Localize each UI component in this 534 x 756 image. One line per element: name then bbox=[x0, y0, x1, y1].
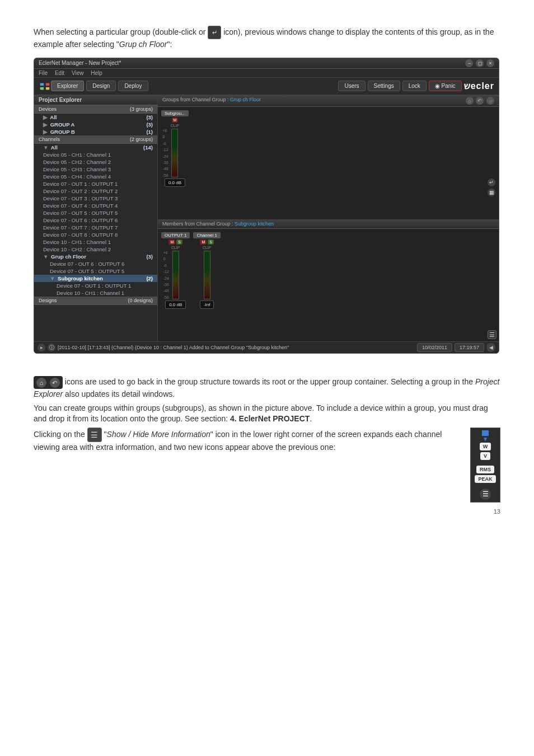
select-icon[interactable]: ▦ bbox=[488, 189, 495, 196]
menu-file[interactable]: File bbox=[39, 70, 48, 76]
show-hide-icon: ☰ bbox=[87, 428, 102, 442]
minimize-icon[interactable]: – bbox=[465, 59, 473, 67]
tree-item[interactable]: Device 07 - OUT 6 : OUTPUT 6 bbox=[34, 217, 157, 224]
fader-track[interactable] bbox=[204, 251, 210, 299]
tree-item[interactable]: Device 07 - OUT 4 : OUTPUT 4 bbox=[34, 202, 157, 209]
designs-header[interactable]: Designs(0 designs) bbox=[34, 297, 157, 305]
tree-item[interactable]: Device 10 - CH2 : Channel 2 bbox=[34, 246, 157, 253]
groups-body: Subgrou... M CLIP +60-6-12-24-36-48-56 0… bbox=[158, 107, 499, 219]
side-mini-icons: ↵ ▦ bbox=[488, 179, 495, 196]
enter-group-icon[interactable]: ↵ bbox=[488, 179, 495, 186]
tree-item[interactable]: ▶ GROUP B(1) bbox=[34, 128, 157, 135]
close-icon[interactable]: × bbox=[486, 59, 494, 67]
menu-view[interactable]: View bbox=[72, 70, 84, 76]
app-icon bbox=[39, 80, 51, 92]
app-window: EclerNet Manager - New Project* – ◻ × Fi… bbox=[34, 58, 499, 354]
tree-item[interactable]: Device 07 - OUT 8 : OUTPUT 8 bbox=[34, 231, 157, 238]
enter-group-icon: ↵ bbox=[208, 26, 221, 39]
mute-button[interactable]: M bbox=[168, 240, 175, 245]
play-icon[interactable]: ◀ bbox=[486, 343, 495, 352]
deploy-button[interactable]: Deploy bbox=[118, 81, 148, 91]
status-time: 17:19:57 bbox=[455, 343, 484, 352]
nav-icons-paragraph: ⌂ ↶ icons are used to go back in the gro… bbox=[34, 376, 500, 400]
tree-item[interactable]: Device 05 - CH1 : Channel 1 bbox=[34, 151, 157, 158]
svg-rect-2 bbox=[40, 87, 44, 90]
tree-item[interactable]: Device 07 - OUT 5 : OUTPUT 5 bbox=[34, 267, 157, 275]
tree-item[interactable]: ▼ All(14) bbox=[34, 144, 157, 151]
chevron-down-icon: ▼ bbox=[483, 438, 488, 441]
widget-color-block bbox=[482, 430, 489, 436]
solo-button[interactable]: S bbox=[208, 240, 214, 245]
member-fader: OUTPUT 1 MS CLIP +60-6-12-24-36-48-56 0.… bbox=[161, 232, 190, 338]
channels-header[interactable]: Channels(2 groups) bbox=[34, 135, 157, 144]
intro-text-a: When selecting a particular group (doubl… bbox=[34, 27, 208, 36]
db-readout: -Inf bbox=[200, 300, 214, 309]
scale-ticks: +60-6-12-24-36-48-56 bbox=[163, 251, 169, 299]
explorer-button[interactable]: Explorer bbox=[51, 81, 84, 91]
tree-item[interactable]: Device 07 - OUT 2 : OUTPUT 2 bbox=[34, 187, 157, 195]
tree-item[interactable]: Device 07 - OUT 5 : OUTPUT 5 bbox=[34, 209, 157, 217]
member-fader: Channel 1 MS CLIP -Inf bbox=[193, 232, 220, 338]
nav-up-icon[interactable]: ⌂ bbox=[466, 97, 474, 105]
tree-item[interactable]: Device 07 - OUT 6 : OUTPUT 6 bbox=[34, 260, 157, 267]
title-bar: EclerNet Manager - New Project* – ◻ × bbox=[34, 58, 499, 69]
subgroup-tile[interactable]: Subgrou... bbox=[161, 110, 189, 116]
nav-zoom-icon[interactable]: ⌕ bbox=[486, 97, 494, 105]
explorer-title: Project Explorer bbox=[34, 95, 157, 105]
detail-pane: Groups from Channel Group : Grup ch Floo… bbox=[158, 95, 499, 341]
clip-indicator: CLIP bbox=[171, 124, 180, 128]
svg-rect-3 bbox=[46, 87, 49, 90]
mute-button[interactable]: M bbox=[172, 118, 179, 123]
lock-button[interactable]: Lock bbox=[402, 81, 427, 91]
log-message: [2011-02-10] [17:13:43] (Channel) (Devic… bbox=[58, 345, 289, 350]
intro-text-c: ": bbox=[167, 40, 172, 49]
settings-button[interactable]: Settings bbox=[368, 81, 400, 91]
members-body: OUTPUT 1 MS CLIP +60-6-12-24-36-48-56 0.… bbox=[158, 229, 499, 341]
members-header: Members from Channel Group : Subgroup ki… bbox=[158, 219, 499, 229]
peak-button[interactable]: PEAK bbox=[475, 475, 495, 483]
tree-item-group[interactable]: ▼ Grup ch Floor(3) bbox=[34, 253, 157, 260]
tree-item[interactable]: Device 07 - OUT 1 : OUTPUT 1 bbox=[34, 180, 157, 187]
info-toggle-icon[interactable]: ☰ bbox=[480, 489, 491, 500]
status-date: 10/02/2011 bbox=[417, 343, 452, 352]
fader-track[interactable] bbox=[171, 129, 178, 177]
group-name: Grup ch Floor bbox=[119, 40, 167, 49]
page-number: 13 bbox=[34, 508, 500, 515]
tree-item[interactable]: Device 05 - CH3 : Channel 3 bbox=[34, 166, 157, 173]
w-button[interactable]: W bbox=[480, 443, 491, 450]
tree-item[interactable]: Device 10 - CH1 : Channel 1 bbox=[34, 238, 157, 246]
more-info-widget: ▼ W V RMS PEAK ☰ bbox=[470, 428, 500, 503]
tree-item[interactable]: Device 05 - CH4 : Channel 4 bbox=[34, 173, 157, 180]
expand-icon[interactable]: ▸ bbox=[38, 344, 45, 351]
window-controls: – ◻ × bbox=[464, 59, 494, 67]
mute-button[interactable]: M bbox=[200, 240, 207, 245]
log-icon[interactable]: ⓘ bbox=[48, 344, 55, 351]
devices-header[interactable]: Devices(3 groups) bbox=[34, 105, 157, 114]
tree-item[interactable]: ▶ All(3) bbox=[34, 114, 157, 121]
menu-edit[interactable]: Edit bbox=[55, 70, 64, 76]
toolbar: Explorer Design Deploy Users Settings Lo… bbox=[34, 78, 499, 95]
scale-ticks: +60-6-12-24-36-48-56 bbox=[162, 129, 168, 177]
show-hide-info-icon[interactable]: ☰ bbox=[488, 330, 496, 339]
tree-item-selected[interactable]: ▼ Subgroup kitchen(2) bbox=[34, 275, 157, 282]
tree-item[interactable]: Device 05 - CH2 : Channel 2 bbox=[34, 158, 157, 166]
db-readout: 0.0 dB bbox=[165, 179, 185, 187]
panic-button[interactable]: ◉ Panic bbox=[429, 81, 462, 91]
v-button[interactable]: V bbox=[480, 452, 490, 460]
menu-help[interactable]: Help bbox=[91, 70, 102, 76]
tree-item[interactable]: ▶ GROUP A(3) bbox=[34, 121, 157, 128]
rms-button[interactable]: RMS bbox=[476, 466, 494, 473]
status-bar: ▸ ⓘ [2011-02-10] [17:13:43] (Channel) (D… bbox=[34, 341, 499, 353]
tree-item[interactable]: Device 07 - OUT 1 : OUTPUT 1 bbox=[34, 282, 157, 289]
maximize-icon[interactable]: ◻ bbox=[476, 59, 484, 67]
window-title: EclerNet Manager - New Project* bbox=[39, 60, 121, 66]
subgroups-paragraph: You can create groups within groups (sub… bbox=[34, 403, 500, 424]
solo-button[interactable]: S bbox=[176, 240, 182, 245]
nav-back-icon[interactable]: ↶ bbox=[476, 97, 484, 105]
users-button[interactable]: Users bbox=[338, 81, 365, 91]
tree-item[interactable]: Device 07 - OUT 7 : OUTPUT 7 bbox=[34, 224, 157, 231]
design-button[interactable]: Design bbox=[86, 81, 116, 91]
tree-item[interactable]: Device 10 - CH1 : Channel 1 bbox=[34, 289, 157, 297]
fader-track[interactable] bbox=[172, 251, 179, 299]
tree-item[interactable]: Device 07 - OUT 3 : OUTPUT 3 bbox=[34, 195, 157, 202]
